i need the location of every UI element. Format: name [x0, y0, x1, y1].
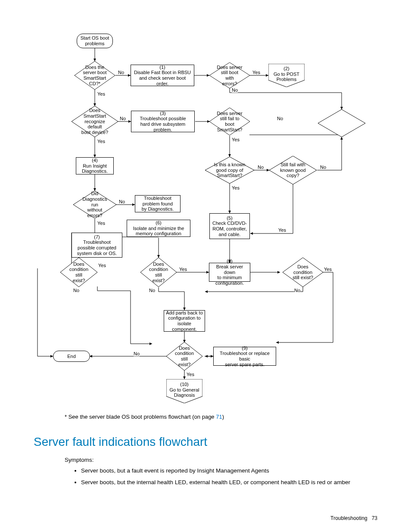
lbl-no: No [119, 199, 125, 204]
decision-diag-errors: DidDiagnostics runwithout errors? [73, 191, 116, 218]
list-item: Server boots, but a fault event is repor… [81, 467, 350, 474]
process-4: (4)Run InsightDiagnostics. [76, 157, 114, 174]
decision-still-errors: Does serverstill boot witherrors? [209, 62, 250, 88]
process-5: (5)Check CD/DVD-ROM, controller,and cabl… [209, 213, 250, 239]
decision-still-fail: Still fail withknown goodcopy? [269, 156, 317, 184]
svg-marker-5 [318, 109, 365, 137]
process-addparts: Add parts back toconfiguration toisolate… [164, 310, 205, 332]
decision-recognize: DoesSmartStartrecognize defaultboot devi… [72, 106, 118, 137]
list-item: Server boots, but the internal health LE… [81, 479, 350, 485]
lbl-yes: Yes [187, 372, 194, 377]
lbl-no: No [294, 288, 300, 293]
start-terminator: Start OS bootproblems [77, 34, 113, 48]
decision-cond7: Doescondition stillexist? [60, 258, 97, 287]
lbl-yes: Yes [232, 185, 240, 190]
lbl-yes: Yes [179, 267, 187, 272]
process-3: (3)Troubleshoot possiblehard drive subsy… [131, 111, 195, 132]
lbl-no: No [73, 288, 79, 293]
footnote: * See the server blade OS boot problems … [65, 414, 224, 420]
lbl-yes: Yes [97, 139, 105, 144]
symptoms-list: Server boots, but a fault event is repor… [65, 467, 350, 491]
decision-fail-boot: Does serverstill fail to bootSmartStart? [209, 108, 250, 135]
process-diag-trouble: Troubleshootproblem foundby Diagnostics. [135, 195, 181, 212]
page-footer: Troubleshooting 73 [330, 515, 377, 521]
lbl-no: No [232, 87, 238, 93]
page-link-71[interactable]: 71 [216, 414, 222, 420]
lbl-yes: Yes [97, 221, 105, 226]
section-heading: Server fault indications flowchart [34, 435, 207, 449]
flowchart-diagram: Start OS bootproblems Does theserver boo… [34, 30, 380, 407]
decision-boot-cd: Does theserver bootSmartStartCD?* [74, 61, 115, 90]
lbl-yes: Yes [324, 267, 332, 272]
process-6: (6)Isolate and minimize thememory config… [127, 220, 190, 237]
process-7: (7)Troubleshootpossible corruptedsystem … [72, 233, 122, 258]
symptoms-label: Symptoms: [65, 457, 94, 463]
lbl-yes: Yes [232, 137, 240, 142]
lbl-yes: Yes [97, 91, 105, 96]
offpage-10: (10)Go to GeneralDiagnosis [166, 379, 202, 403]
process-9: (9)Troubleshoot or replace basicserver s… [213, 347, 276, 366]
merge-right [318, 109, 365, 137]
lbl-no: No [118, 70, 124, 75]
lbl-yes: Yes [252, 70, 260, 75]
lbl-no: No [277, 116, 283, 121]
lbl-yes: Yes [98, 263, 106, 268]
end-terminator: End [53, 351, 90, 362]
decision-known-good: Is this a knowngood copy ofSmartStart? [205, 157, 254, 184]
lbl-no: No [134, 351, 140, 356]
offpage-2: (2)Go to POSTProblems [268, 64, 305, 87]
lbl-no: No [149, 288, 155, 293]
decision-cond6: Doescondition stillexist? [140, 258, 177, 287]
process-1: (1)Disable Fast Boot in RBSUand check se… [131, 65, 194, 86]
lbl-yes: Yes [278, 227, 286, 233]
lbl-no: No [320, 165, 326, 170]
process-8: (8)Break server downto minimum configura… [209, 263, 250, 282]
lbl-no: No [258, 165, 264, 170]
decision-cond9: Doescondition stillexist? [166, 342, 202, 370]
lbl-no: No [120, 116, 126, 121]
decision-cond8: Doesconditionstill exist? [283, 258, 323, 287]
